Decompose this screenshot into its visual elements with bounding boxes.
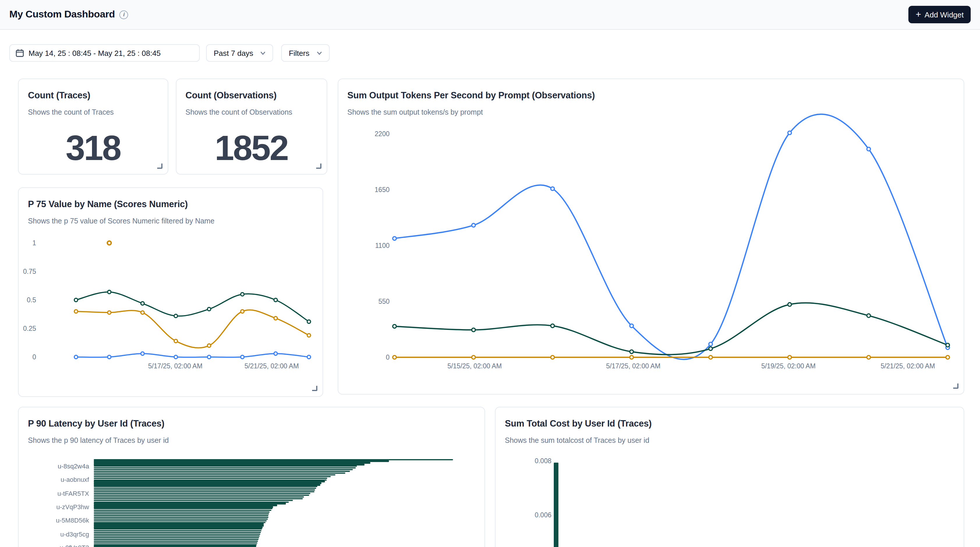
latency-bar: [94, 476, 331, 477]
user-id-label: u-aobnuxf: [19, 476, 89, 484]
info-icon[interactable]: i: [120, 10, 128, 19]
y-tick-label: 2200: [374, 130, 389, 138]
prompt-series-2-point: [393, 324, 396, 328]
prompt-series-3-point: [788, 355, 791, 359]
widget-output-tokens: Sum Output Tokens Per Second by Prompt (…: [337, 79, 964, 394]
resize-handle[interactable]: [312, 385, 317, 391]
filters-label: Filters: [289, 49, 310, 57]
prompt-series-1-point: [630, 324, 633, 328]
page-title: My Custom Dashboard: [9, 9, 115, 21]
y-tick-label: 0.006: [496, 511, 551, 519]
filters-button[interactable]: Filters: [281, 44, 329, 62]
latency-bar: [94, 530, 261, 531]
prompt-series-3-point: [946, 355, 949, 359]
prompt-series-2-point: [709, 347, 712, 350]
resize-handle[interactable]: [316, 163, 321, 169]
y-tick-label: 0: [385, 354, 389, 361]
y-tick-label: 0: [32, 353, 36, 361]
date-range-picker[interactable]: May 14, 25 : 08:45 - May 21, 25 : 08:45: [9, 44, 200, 62]
p75-value-line-chart: 00.250.50.7515/17/25, 02:00 AM5/21/25, 0…: [19, 188, 323, 396]
latency-bar: [94, 540, 258, 542]
prompt-series-2-point: [867, 314, 870, 317]
prompt-series-2-line: [394, 303, 947, 355]
x-tick-label: 5/17/25, 02:00 AM: [148, 362, 203, 370]
user-id-label: u-8fVa9T3: [19, 544, 89, 547]
x-tick-label: 5/19/25, 02:00 AM: [761, 362, 816, 370]
metric-value: 318: [19, 128, 167, 168]
latency-bar: [94, 496, 304, 498]
prompt-series-2-point: [630, 350, 633, 354]
latency-bar: [94, 471, 350, 472]
plus-icon: +: [916, 10, 921, 19]
time-preset-select[interactable]: Past 7 days: [206, 44, 273, 62]
user-id-label: u-5M8D56k: [19, 517, 89, 525]
score-series-3-point: [307, 355, 311, 359]
output-tokens-line-chart: 05501100165022005/15/25, 02:00 AM5/17/25…: [338, 79, 963, 394]
user-id-label: u-tFAR5TX: [19, 490, 89, 497]
add-widget-button[interactable]: + Add Widget: [909, 6, 971, 23]
latency-bar: [94, 517, 269, 518]
latency-bar: [94, 532, 261, 533]
score-series-2-line: [76, 310, 309, 348]
latency-bar: [94, 527, 262, 528]
y-tick-label: 1: [32, 239, 36, 247]
latency-bar: [94, 535, 260, 537]
p90-latency-bar-chart: u-8sq2w4au-aobnuxfu-tFAR5TXu-zVqP3hwu-5M…: [19, 407, 484, 547]
score-series-1-point: [174, 314, 178, 318]
latency-bar: [94, 464, 364, 466]
score-series-2-point: [241, 309, 244, 313]
x-tick-label: 5/17/25, 02:00 AM: [606, 362, 660, 370]
score-series-1-point: [107, 290, 111, 294]
x-tick-label: 5/21/25, 02:00 AM: [880, 362, 935, 370]
latency-bar: [94, 483, 321, 484]
prompt-series-2-point: [946, 343, 949, 347]
latency-bar: [94, 469, 353, 471]
score-series-3-point: [141, 352, 145, 355]
score-series-2-point: [74, 309, 78, 313]
latency-bar: [94, 539, 259, 540]
latency-bar: [94, 474, 336, 476]
latency-bar: [94, 528, 262, 530]
prompt-series-2-point: [471, 328, 475, 332]
metric-value: 1852: [176, 128, 326, 168]
resize-handle[interactable]: [157, 163, 162, 169]
score-series-3-point: [274, 352, 277, 355]
x-tick-label: 5/15/25, 02:00 AM: [447, 362, 502, 370]
prompt-series-3-point: [867, 355, 870, 359]
widget-title: Count (Traces): [28, 90, 90, 101]
latency-bar: [94, 467, 356, 469]
time-preset-value: Past 7 days: [214, 49, 253, 57]
add-widget-label: Add Widget: [925, 10, 964, 19]
latency-bar: [94, 461, 389, 462]
latency-bar: [94, 472, 345, 474]
latency-bar: [94, 534, 260, 535]
prompt-series-1-point: [393, 236, 396, 240]
latency-bar: [94, 510, 271, 511]
score-series-2-point: [174, 339, 178, 343]
user-id-label: u-d3qr5cg: [19, 530, 89, 538]
latency-bar: [94, 489, 315, 491]
latency-bar: [94, 507, 273, 508]
resize-handle[interactable]: [953, 383, 958, 388]
prompt-series-1-point: [788, 131, 791, 135]
latency-bar: [94, 512, 270, 513]
widget-title: Count (Observations): [185, 90, 277, 101]
latency-bar: [94, 508, 272, 509]
score-series-1-point: [241, 293, 244, 296]
score-series-4-point: [107, 241, 111, 245]
score-series-1-point: [207, 308, 211, 311]
prompt-series-3-point: [630, 355, 633, 359]
latency-bar: [94, 498, 303, 499]
widget-count-observations: Count (Observations) Shows the count of …: [175, 79, 327, 174]
latency-bar: [94, 491, 315, 493]
latency-bar: [94, 459, 453, 460]
calendar-icon: [16, 49, 24, 57]
score-series-3-point: [74, 355, 78, 359]
latency-bar: [94, 523, 264, 525]
widget-count-traces: Count (Traces) Shows the count of Traces…: [18, 79, 168, 174]
p75-value-by-name-svg: 00.250.50.7515/17/25, 02:00 AM5/21/25, 0…: [19, 188, 323, 396]
latency-bar: [94, 525, 264, 526]
latency-bar: [94, 513, 269, 515]
latency-bar: [94, 477, 327, 479]
score-series-1-point: [74, 298, 78, 302]
